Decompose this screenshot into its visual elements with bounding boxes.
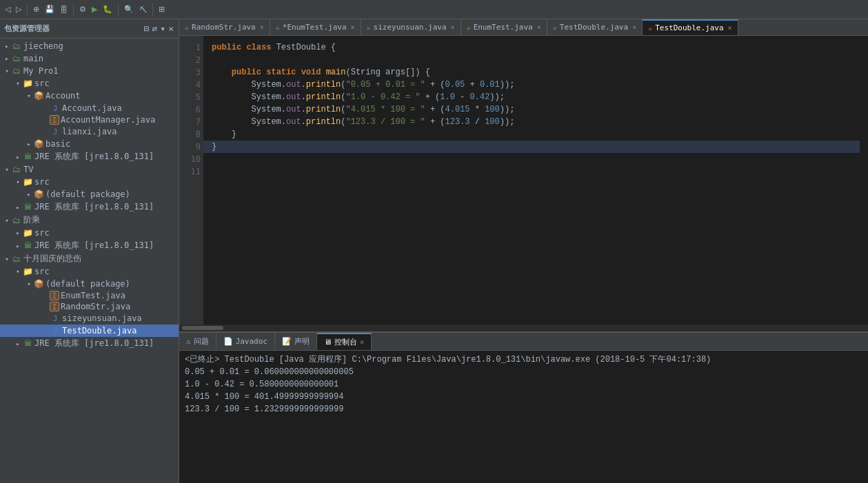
sidebar-close-icon[interactable]: × xyxy=(168,23,174,34)
arrow-tv-src: ▾ xyxy=(14,178,22,186)
sidebar-collapse-icon[interactable]: ⊟ xyxy=(143,23,150,34)
project-icon-jieCheng: 🗂 xyxy=(11,215,22,226)
sidebar-sync-icon[interactable]: ⇄ xyxy=(152,23,159,34)
tab-sizeyunsuan[interactable]: ☕ sizeyunsuan.java × xyxy=(361,19,461,35)
sidebar-item-jc-src[interactable]: ▸ 📁 src xyxy=(0,227,179,239)
java-icon-randomstr: I xyxy=(50,302,59,311)
sidebar-label-testdouble-java: TestDouble.java xyxy=(62,326,179,336)
toolbar-run[interactable]: ▶ xyxy=(90,4,99,14)
arrow-account-java xyxy=(41,104,50,112)
arrow-jc-src: ▸ xyxy=(14,229,22,237)
code-editor[interactable]: public class TestDouble { public static … xyxy=(203,36,868,325)
tab-icon-enumtest: ☕ xyxy=(276,23,280,31)
toolbar-settings[interactable]: ⚙ xyxy=(77,4,88,14)
arrow-jre4: ▸ xyxy=(14,340,22,348)
sidebar-label-shiyue: 十月国庆的悲伤 xyxy=(23,253,179,265)
tab-label-testdouble2: TestDouble.java xyxy=(655,23,723,32)
arrow-shi-default: ▾ xyxy=(25,280,33,288)
sidebar-label-jre1: JRE 系统库 [jre1.8.0_131] xyxy=(34,151,179,163)
sidebar-item-account-folder[interactable]: ▾ 📦 Account xyxy=(0,90,179,102)
arrow-testdouble xyxy=(41,327,50,335)
sidebar-item-shi-src[interactable]: ▾ 📁 src xyxy=(0,265,179,278)
sidebar-menu-icon[interactable]: ▾ xyxy=(159,23,166,34)
tab-close-randomstr[interactable]: × xyxy=(260,23,264,31)
toolbar-debug[interactable]: 🐛 xyxy=(101,4,114,14)
tab-close-testdouble1[interactable]: × xyxy=(632,23,636,31)
editor-tabs: ☕ RandomStr.java × ☕ *EnumTest.java × ☕ … xyxy=(179,19,868,36)
sidebar-item-mypro1[interactable]: ▾ 🗂 My Pro1 xyxy=(0,65,179,77)
toolbar-sep-1 xyxy=(27,3,28,16)
arrow-tv-default: ▸ xyxy=(25,190,33,198)
tab-declaration-label: 声明 xyxy=(294,336,310,347)
sidebar-item-jre1[interactable]: ▸ 🏛 JRE 系统库 [jre1.8.0_131] xyxy=(0,150,179,163)
editor-body[interactable]: 1 2 3 4 5 6 7 8 9 10 11 public class Tes… xyxy=(179,36,868,325)
tab-close-enumtest2[interactable]: × xyxy=(537,23,541,31)
java-icon-accountmanager: I xyxy=(50,115,59,125)
sidebar-item-sizeyunsuan-java[interactable]: J sizeyunsuan.java xyxy=(0,312,179,325)
sidebar-item-randomstr-java[interactable]: I RandomStr.java xyxy=(0,301,179,312)
tab-enumtest2[interactable]: ☕ EnumTest.java × xyxy=(461,19,547,35)
sidebar-item-shiyue[interactable]: ▾ 🗂 十月国庆的悲伤 xyxy=(0,252,179,265)
sidebar-item-tv-default[interactable]: ▸ 📦 (default package) xyxy=(0,188,179,201)
sidebar-label-randomstr-java: RandomStr.java xyxy=(61,302,179,311)
arrow-lianxi-java xyxy=(41,127,50,136)
tab-close-testdouble2[interactable]: × xyxy=(728,24,732,32)
toolbar-save[interactable]: 💾 xyxy=(43,4,57,14)
tab-javadoc[interactable]: 📄 Javadoc xyxy=(216,333,275,350)
toolbar-sep-3 xyxy=(118,3,119,16)
sidebar-item-enumtest-java[interactable]: I EnumTest.java xyxy=(0,290,179,301)
toolbar-forward[interactable]: ▷ xyxy=(14,4,23,14)
src-icon-1: 📁 xyxy=(22,78,33,89)
tab-icon-enumtest2: ☕ xyxy=(467,23,471,31)
java-icon-sizeyunsuan: J xyxy=(50,313,61,324)
sidebar-item-tv-src[interactable]: ▾ 📁 src xyxy=(0,176,179,188)
editor-scrollbar[interactable] xyxy=(179,325,868,331)
sidebar-label-jiecheng: jiecheng xyxy=(23,41,179,51)
arrow-randomstr xyxy=(41,302,50,311)
sidebar-label-jieCheng: 阶乘 xyxy=(23,214,179,226)
sidebar-item-jieCheng[interactable]: ▾ 🗂 阶乘 xyxy=(0,214,179,227)
sidebar-item-jre4[interactable]: ▸ 🏛 JRE 系统库 [jre1.8.0_131] xyxy=(0,337,179,350)
tab-randomstr[interactable]: ☕ RandomStr.java × xyxy=(179,19,270,35)
bottom-tabs: ⚠ 问题 📄 Javadoc 📝 声明 🖥 控制台 × xyxy=(179,333,868,351)
sidebar-item-src1[interactable]: ▾ 📁 src xyxy=(0,77,179,90)
sidebar-item-account-java[interactable]: J Account.java xyxy=(0,102,179,114)
sidebar-title: 包资源管理器 xyxy=(4,23,50,34)
project-icon-main: 🗂 xyxy=(11,53,22,64)
tab-declaration[interactable]: 📝 声明 xyxy=(275,333,317,350)
console-output-line-1: 0.05 + 0.01 = 0.060000000000000005 xyxy=(185,366,862,378)
tab-problems[interactable]: ⚠ 问题 xyxy=(179,333,216,350)
sidebar-item-jre3[interactable]: ▸ 🏛 JRE 系统库 [jre1.8.0_131] xyxy=(0,239,179,252)
arrow-jiecheng: ▸ xyxy=(3,42,11,50)
tab-console[interactable]: 🖥 控制台 × xyxy=(317,333,372,350)
toolbar-window[interactable]: ⊞ xyxy=(157,4,167,14)
sidebar-label-jre3: JRE 系统库 [jre1.8.0_131] xyxy=(34,240,179,251)
sidebar-item-jiecheng[interactable]: ▸ 🗂 jiecheng xyxy=(0,40,179,52)
console-output-line-4: 123.3 / 100 = 1.2329999999999999 xyxy=(185,403,862,415)
toolbar-new[interactable]: ⊕ xyxy=(31,4,41,14)
sidebar-item-shi-default[interactable]: ▾ 📦 (default package) xyxy=(0,278,179,290)
tab-close-sizeyunsuan[interactable]: × xyxy=(451,23,455,31)
sidebar-item-tv[interactable]: ▾ 🗂 TV xyxy=(0,163,179,176)
sidebar-item-lianxi-java[interactable]: J lianxi.java xyxy=(0,125,179,138)
tab-console-close[interactable]: × xyxy=(360,338,364,346)
sidebar-item-accountmanager-java[interactable]: I AccountManager.java xyxy=(0,114,179,125)
java-icon-lianxi: J xyxy=(50,126,61,137)
java-icon-testdouble: J xyxy=(50,325,61,336)
tab-enumtest[interactable]: ☕ *EnumTest.java × xyxy=(270,19,361,35)
toolbar-ref[interactable]: ⛏ xyxy=(137,5,149,14)
sidebar-item-testdouble-java[interactable]: J TestDouble.java xyxy=(0,325,179,337)
sidebar-header-icons: ⊟ ⇄ ▾ × xyxy=(143,23,174,34)
tab-testdouble1[interactable]: ☕ TestDouble.java × xyxy=(547,19,643,35)
tab-close-enumtest[interactable]: × xyxy=(351,23,355,31)
jre-icon-3: 🏛 xyxy=(22,240,33,251)
tab-testdouble2[interactable]: ☕ TestDouble.java × xyxy=(643,19,738,35)
toolbar-sep-2 xyxy=(73,3,74,16)
sidebar-item-main[interactable]: ▸ 🗂 main xyxy=(0,52,179,65)
console-output-line-3: 4.015 * 100 = 401.49999999999994 xyxy=(185,391,862,403)
toolbar-search[interactable]: 🔍 xyxy=(122,4,136,14)
toolbar-back[interactable]: ◁ xyxy=(3,4,12,14)
sidebar-item-basic[interactable]: ▸ 📦 basic xyxy=(0,138,179,150)
toolbar-save-all[interactable]: 🗄 xyxy=(58,5,70,14)
sidebar-item-jre2[interactable]: ▸ 🏛 JRE 系统库 [jre1.8.0_131] xyxy=(0,201,179,214)
